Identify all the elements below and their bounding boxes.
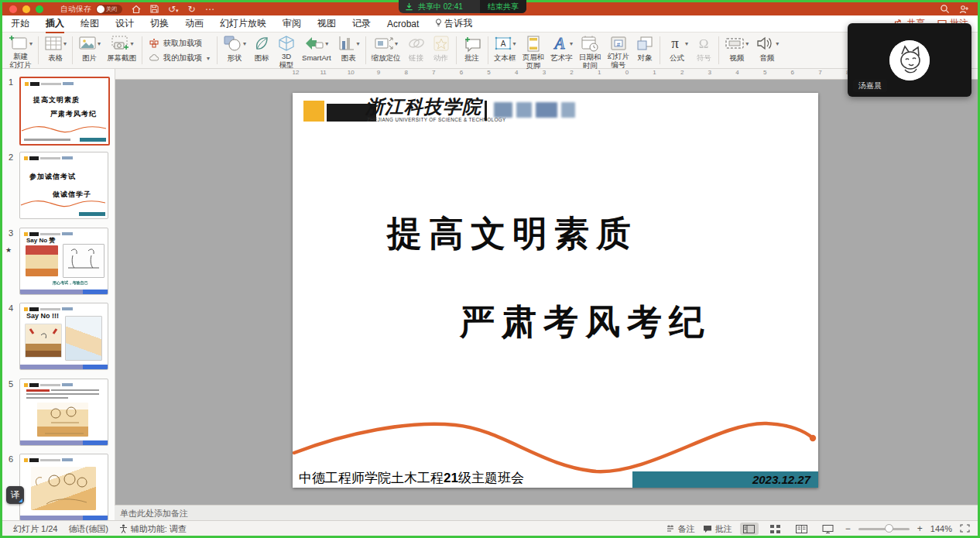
zoom-slider-thumb[interactable] (885, 524, 893, 533)
slide-editor-surface[interactable]: 浙江科技学院 ZHEJIANG UNIVERSITY OF SCIENCE & … (293, 93, 818, 488)
tab-draw[interactable]: 绘图 (81, 17, 99, 30)
ribbon-button-label: 屏幕截图 (107, 54, 136, 63)
autosave-toggle[interactable]: 关闭 (96, 5, 122, 14)
tab-insert[interactable]: 插入 (46, 17, 64, 30)
slide-counter: 幻灯片 1/24 (13, 523, 57, 535)
autosave-state-label: 关闭 (106, 5, 117, 13)
search-button[interactable] (940, 4, 950, 14)
ribbon-divider (365, 36, 366, 64)
audio-button[interactable]: 音频 (752, 33, 782, 68)
tab-home[interactable]: 开始 (11, 17, 29, 30)
zoom-level[interactable]: 144% (930, 524, 952, 533)
notes-pane[interactable]: 单击此处添加备注 (115, 505, 978, 521)
my-addins-button[interactable]: 我的加载项 (149, 53, 210, 63)
chart-button[interactable]: 图表 (334, 33, 363, 68)
zoom-links-button[interactable]: 缩放定位 (368, 33, 404, 68)
ribbon-button-label: 动作 (433, 54, 448, 63)
new-slide-button[interactable]: 新建 幻灯片 (5, 33, 36, 68)
table-icon (44, 35, 63, 52)
date-time-button[interactable]: 日期和 时间 (576, 33, 605, 68)
tab-tell-me[interactable]: 告诉我 (435, 17, 472, 30)
tab-slideshow[interactable]: 幻灯片放映 (220, 17, 266, 30)
thumbnail-slide-1[interactable]: 提高文明素质 严肃考风考纪 (19, 77, 110, 146)
editing-canvas[interactable]: 1211109876543210123456789101112 浙江科技学院 Z… (115, 68, 978, 505)
date-box[interactable]: 2023.12.27 (632, 471, 818, 488)
presence-share-button[interactable] (959, 5, 970, 14)
table-button[interactable]: 表格 (41, 33, 70, 68)
shapes-button[interactable]: 形状 (220, 33, 249, 68)
thumbnail-slide-6[interactable] (19, 454, 108, 520)
save-button[interactable] (150, 5, 159, 13)
ruler-number: 7 (429, 69, 438, 76)
wordart-button[interactable]: A 艺术字 (547, 33, 576, 68)
notes-toggle-button[interactable]: 备注 (666, 523, 695, 535)
tab-transitions[interactable]: 切换 (150, 17, 169, 30)
maximize-window-button[interactable] (36, 5, 43, 13)
minimize-window-button[interactable] (22, 5, 30, 13)
slide-sorter-view-button[interactable] (766, 523, 785, 535)
fit-slide-button[interactable] (960, 524, 970, 534)
screenshot-button[interactable]: 屏幕截图 (104, 33, 139, 68)
zoom-slider[interactable] (858, 528, 910, 530)
svg-text:π: π (671, 35, 679, 51)
chevron-down-icon (242, 35, 246, 49)
normal-view-button[interactable] (740, 523, 759, 535)
slide-title-line2[interactable]: 严肃考风考纪 (460, 299, 711, 345)
thumbnail-number: 2 (9, 152, 18, 162)
redo-button[interactable]: ↻ (188, 5, 196, 14)
slide-title-line1[interactable]: 提高文明素质 (387, 211, 638, 257)
reading-view-button[interactable] (793, 523, 811, 535)
slide-footer-text[interactable]: 中德工程师学院土木工程21级主题班会 (299, 469, 524, 487)
action-button[interactable]: 动作 (429, 33, 454, 68)
tab-view[interactable]: 视图 (317, 17, 336, 30)
zoom-out-button[interactable] (845, 523, 851, 534)
icons-button[interactable]: 图标 (249, 33, 274, 68)
tab-review[interactable]: 审阅 (283, 17, 301, 30)
get-addins-button[interactable]: 获取加载项 (149, 38, 210, 49)
3d-models-button[interactable]: 3D 模型 (274, 33, 299, 68)
pictures-button[interactable]: 图片 (75, 33, 104, 68)
equation-button[interactable]: π 公式 (663, 33, 691, 68)
zoom-in-button[interactable] (917, 523, 923, 534)
textbox-button[interactable]: A 文本框 (491, 33, 519, 68)
thumbnail-slide-2[interactable]: 参加诚信考试 做诚信学子 (19, 152, 108, 219)
link-button[interactable]: 链接 (404, 33, 429, 68)
home-button[interactable] (132, 5, 141, 14)
participant-video-tile[interactable]: 汤嘉晨 (848, 23, 971, 97)
mini-university-header (24, 382, 73, 387)
tab-record[interactable]: 记录 (352, 17, 371, 30)
ruler-number: 12 (291, 69, 300, 76)
tab-design[interactable]: 设计 (115, 17, 134, 30)
thumbnail-slide-4[interactable]: Say No !!! (19, 303, 108, 370)
ribbon-button-label: 获取加载项 (163, 38, 202, 49)
more-commands-button[interactable]: ⋯ (205, 5, 214, 14)
divider-bar (485, 101, 487, 121)
thumbnail-slide-5[interactable] (19, 379, 108, 446)
symbol-button[interactable]: Ω 符号 (691, 33, 716, 68)
share-timer-label: 共享中 02:41 (418, 2, 463, 12)
video-button[interactable]: 视频 (721, 33, 752, 68)
svg-text:A: A (553, 35, 565, 52)
tab-acrobat[interactable]: Acrobat (387, 19, 419, 29)
accessibility-status-button[interactable]: 辅助功能: 调查 (119, 523, 187, 535)
slideshow-view-button[interactable] (819, 523, 838, 535)
language-button[interactable]: 德语(德国) (68, 523, 108, 535)
ruler-number: 0 (622, 69, 632, 76)
undo-button[interactable]: ↺▾ (168, 5, 179, 14)
thumbnail-slide-3[interactable]: Say No 赞 用心考试，考验自己 (19, 228, 108, 295)
chevron-down-icon (324, 35, 328, 49)
smartart-button[interactable]: SmartArt (299, 33, 334, 68)
new-comment-button[interactable]: 批注 (459, 33, 485, 68)
end-share-button[interactable]: 结束共享 (480, 0, 526, 13)
header-footer-button[interactable]: 页眉和 页脚 (519, 33, 548, 68)
comments-toggle-button[interactable]: 批注 (703, 523, 732, 535)
tab-animations[interactable]: 动画 (185, 17, 204, 30)
ruler-number: 3 (705, 69, 714, 76)
slide-number-button[interactable]: # 幻灯片 编号 (605, 33, 633, 68)
close-window-button[interactable] (9, 5, 17, 13)
ime-badge[interactable]: 译 (6, 486, 24, 504)
icons-icon (252, 35, 271, 52)
ribbon-button-label: 新建 幻灯片 (9, 53, 32, 70)
object-button[interactable]: 对象 (632, 33, 657, 68)
slide-thumbnail-panel[interactable]: 1 提高文明素质 严肃考风考纪 2 参加诚信考试 做诚信学子 3 Say No … (2, 68, 115, 520)
